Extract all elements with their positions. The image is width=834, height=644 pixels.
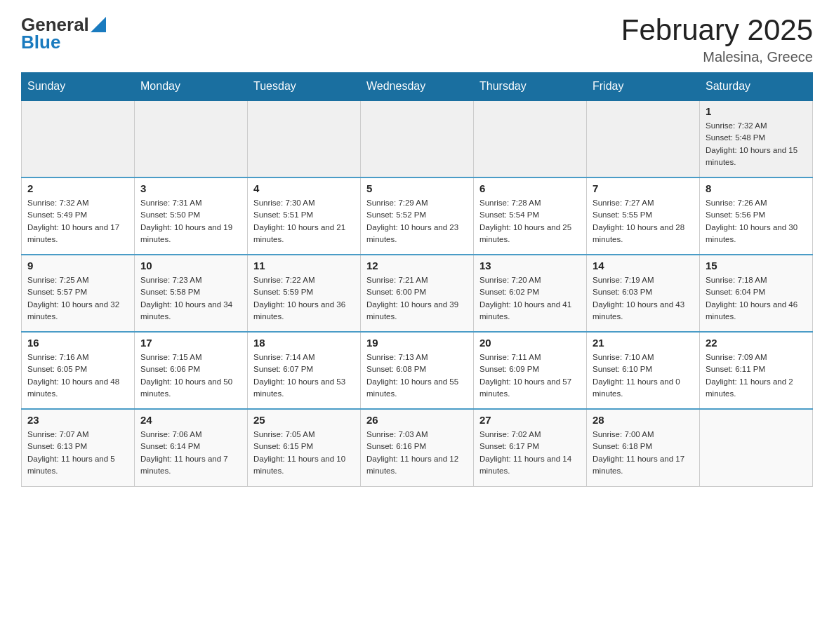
day-sun-info: Sunrise: 7:18 AMSunset: 6:04 PMDaylight:…	[706, 274, 807, 323]
weekday-header-tuesday: Tuesday	[248, 73, 361, 101]
calendar-cell: 6Sunrise: 7:28 AMSunset: 5:54 PMDaylight…	[474, 177, 587, 255]
calendar-cell: 3Sunrise: 7:31 AMSunset: 5:50 PMDaylight…	[135, 177, 248, 255]
day-sun-info: Sunrise: 7:06 AMSunset: 6:14 PMDaylight:…	[140, 429, 241, 477]
calendar-cell: 22Sunrise: 7:09 AMSunset: 6:11 PMDayligh…	[700, 332, 813, 409]
calendar-cell: 16Sunrise: 7:16 AMSunset: 6:05 PMDayligh…	[22, 332, 135, 409]
day-sun-info: Sunrise: 7:10 AMSunset: 6:10 PMDaylight:…	[593, 351, 694, 400]
day-number: 5	[366, 182, 468, 194]
day-number: 16	[27, 337, 128, 349]
day-number: 19	[366, 337, 468, 349]
day-sun-info: Sunrise: 7:31 AMSunset: 5:50 PMDaylight:…	[140, 197, 241, 246]
calendar-cell: 21Sunrise: 7:10 AMSunset: 6:10 PMDayligh…	[587, 332, 700, 409]
month-year-title: February 2025	[621, 14, 813, 46]
day-number: 28	[593, 414, 694, 426]
calendar-cell	[248, 100, 361, 177]
calendar-cell	[700, 409, 813, 486]
weekday-header-wednesday: Wednesday	[361, 73, 474, 101]
calendar-cell	[587, 100, 700, 177]
day-number: 8	[706, 182, 807, 194]
calendar-week-1: 1Sunrise: 7:32 AMSunset: 5:48 PMDaylight…	[22, 100, 813, 177]
day-sun-info: Sunrise: 7:27 AMSunset: 5:55 PMDaylight:…	[593, 197, 694, 246]
day-sun-info: Sunrise: 7:09 AMSunset: 6:11 PMDaylight:…	[706, 351, 807, 400]
calendar-table: SundayMondayTuesdayWednesdayThursdayFrid…	[21, 72, 813, 487]
day-number: 26	[366, 414, 468, 426]
title-section: February 2025 Malesina, Greece	[621, 14, 813, 65]
logo-blue-text: Blue	[21, 32, 60, 53]
calendar-week-4: 16Sunrise: 7:16 AMSunset: 6:05 PMDayligh…	[22, 332, 813, 409]
day-number: 6	[479, 182, 581, 194]
calendar-cell: 25Sunrise: 7:05 AMSunset: 6:15 PMDayligh…	[248, 409, 361, 486]
weekday-header-sunday: Sunday	[22, 73, 135, 101]
day-sun-info: Sunrise: 7:22 AMSunset: 5:59 PMDaylight:…	[253, 274, 355, 323]
calendar-cell: 27Sunrise: 7:02 AMSunset: 6:17 PMDayligh…	[474, 409, 587, 486]
calendar-cell	[361, 100, 474, 177]
calendar-cell: 2Sunrise: 7:32 AMSunset: 5:49 PMDaylight…	[22, 177, 135, 255]
weekday-header-saturday: Saturday	[700, 73, 813, 101]
calendar-cell	[474, 100, 587, 177]
day-number: 25	[253, 414, 355, 426]
day-sun-info: Sunrise: 7:00 AMSunset: 6:18 PMDaylight:…	[593, 429, 694, 477]
calendar-cell: 17Sunrise: 7:15 AMSunset: 6:06 PMDayligh…	[135, 332, 248, 409]
calendar-cell: 20Sunrise: 7:11 AMSunset: 6:09 PMDayligh…	[474, 332, 587, 409]
calendar-cell: 15Sunrise: 7:18 AMSunset: 6:04 PMDayligh…	[700, 255, 813, 332]
day-sun-info: Sunrise: 7:19 AMSunset: 6:03 PMDaylight:…	[593, 274, 694, 323]
weekday-header-row: SundayMondayTuesdayWednesdayThursdayFrid…	[22, 73, 813, 101]
calendar-cell: 23Sunrise: 7:07 AMSunset: 6:13 PMDayligh…	[22, 409, 135, 486]
weekday-header-friday: Friday	[587, 73, 700, 101]
calendar-cell: 28Sunrise: 7:00 AMSunset: 6:18 PMDayligh…	[587, 409, 700, 486]
calendar-cell: 13Sunrise: 7:20 AMSunset: 6:02 PMDayligh…	[474, 255, 587, 332]
day-sun-info: Sunrise: 7:25 AMSunset: 5:57 PMDaylight:…	[27, 274, 128, 323]
day-number: 11	[253, 260, 355, 271]
day-number: 21	[593, 337, 694, 349]
day-sun-info: Sunrise: 7:28 AMSunset: 5:54 PMDaylight:…	[479, 197, 581, 246]
day-number: 23	[27, 414, 128, 426]
weekday-header-thursday: Thursday	[474, 73, 587, 101]
calendar-cell: 12Sunrise: 7:21 AMSunset: 6:00 PMDayligh…	[361, 255, 474, 332]
day-number: 17	[140, 337, 241, 349]
calendar-cell	[135, 100, 248, 177]
day-number: 12	[366, 260, 468, 271]
calendar-week-3: 9Sunrise: 7:25 AMSunset: 5:57 PMDaylight…	[22, 255, 813, 332]
calendar-cell: 4Sunrise: 7:30 AMSunset: 5:51 PMDaylight…	[248, 177, 361, 255]
logo-triangle-icon	[91, 17, 106, 32]
day-number: 14	[593, 260, 694, 271]
location-subtitle: Malesina, Greece	[621, 49, 813, 65]
day-sun-info: Sunrise: 7:32 AMSunset: 5:49 PMDaylight:…	[27, 197, 128, 246]
day-number: 27	[479, 414, 581, 426]
day-number: 2	[27, 182, 128, 194]
day-sun-info: Sunrise: 7:30 AMSunset: 5:51 PMDaylight:…	[253, 197, 355, 246]
calendar-cell: 5Sunrise: 7:29 AMSunset: 5:52 PMDaylight…	[361, 177, 474, 255]
day-number: 7	[593, 182, 694, 194]
logo: General Blue	[21, 14, 106, 53]
day-number: 3	[140, 182, 241, 194]
day-number: 9	[27, 260, 128, 271]
calendar-cell: 11Sunrise: 7:22 AMSunset: 5:59 PMDayligh…	[248, 255, 361, 332]
day-sun-info: Sunrise: 7:21 AMSunset: 6:00 PMDaylight:…	[366, 274, 468, 323]
calendar-week-5: 23Sunrise: 7:07 AMSunset: 6:13 PMDayligh…	[22, 409, 813, 486]
calendar-cell: 10Sunrise: 7:23 AMSunset: 5:58 PMDayligh…	[135, 255, 248, 332]
day-number: 15	[706, 260, 807, 271]
day-sun-info: Sunrise: 7:02 AMSunset: 6:17 PMDaylight:…	[479, 429, 581, 477]
calendar-cell: 8Sunrise: 7:26 AMSunset: 5:56 PMDaylight…	[700, 177, 813, 255]
day-number: 22	[706, 337, 807, 349]
day-number: 24	[140, 414, 241, 426]
day-sun-info: Sunrise: 7:32 AMSunset: 5:48 PMDaylight:…	[706, 120, 807, 168]
day-sun-info: Sunrise: 7:23 AMSunset: 5:58 PMDaylight:…	[140, 274, 241, 323]
day-number: 13	[479, 260, 581, 271]
day-number: 20	[479, 337, 581, 349]
calendar-cell: 19Sunrise: 7:13 AMSunset: 6:08 PMDayligh…	[361, 332, 474, 409]
day-sun-info: Sunrise: 7:13 AMSunset: 6:08 PMDaylight:…	[366, 351, 468, 400]
calendar-week-2: 2Sunrise: 7:32 AMSunset: 5:49 PMDaylight…	[22, 177, 813, 255]
day-sun-info: Sunrise: 7:16 AMSunset: 6:05 PMDaylight:…	[27, 351, 128, 400]
day-number: 4	[253, 182, 355, 194]
day-sun-info: Sunrise: 7:26 AMSunset: 5:56 PMDaylight:…	[706, 197, 807, 246]
calendar-cell: 7Sunrise: 7:27 AMSunset: 5:55 PMDaylight…	[587, 177, 700, 255]
calendar-cell: 26Sunrise: 7:03 AMSunset: 6:16 PMDayligh…	[361, 409, 474, 486]
day-number: 10	[140, 260, 241, 271]
day-number: 18	[253, 337, 355, 349]
day-sun-info: Sunrise: 7:20 AMSunset: 6:02 PMDaylight:…	[479, 274, 581, 323]
day-sun-info: Sunrise: 7:29 AMSunset: 5:52 PMDaylight:…	[366, 197, 468, 246]
weekday-header-monday: Monday	[135, 73, 248, 101]
day-sun-info: Sunrise: 7:05 AMSunset: 6:15 PMDaylight:…	[253, 429, 355, 477]
calendar-cell: 24Sunrise: 7:06 AMSunset: 6:14 PMDayligh…	[135, 409, 248, 486]
